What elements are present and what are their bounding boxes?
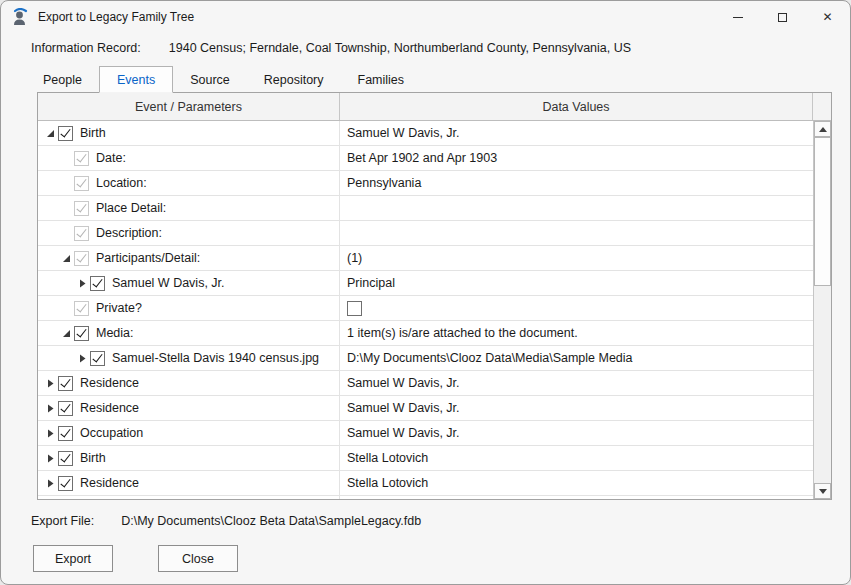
tree-row[interactable]: Participants/Detail:(1) bbox=[38, 246, 813, 271]
row-checkbox[interactable] bbox=[74, 326, 89, 341]
row-label: Date: bbox=[96, 151, 126, 165]
minimize-button[interactable] bbox=[715, 1, 760, 33]
title-bar: Export to Legacy Family Tree bbox=[1, 1, 850, 33]
row-checkbox[interactable] bbox=[58, 451, 73, 466]
information-record-row: Information Record: 1940 Census; Ferndal… bbox=[31, 39, 850, 57]
expanded-expander-icon[interactable] bbox=[58, 325, 74, 341]
tree-row[interactable]: BirthSamuel W Davis, Jr. bbox=[38, 121, 813, 146]
row-label: Samuel-Stella Davis 1940 census.jpg bbox=[112, 351, 319, 365]
scroll-up-button[interactable] bbox=[814, 121, 831, 137]
tab-families[interactable]: Families bbox=[341, 69, 422, 92]
row-label: Residence bbox=[80, 376, 139, 390]
row-checkbox bbox=[74, 251, 89, 266]
tree-row[interactable]: Description: bbox=[38, 221, 813, 246]
expanded-expander-icon[interactable] bbox=[42, 125, 58, 141]
tab-source[interactable]: Source bbox=[173, 69, 247, 92]
tree-row[interactable]: OccupationSamuel W Davis, Jr. bbox=[38, 421, 813, 446]
tree-row[interactable]: BirthStella Lotovich bbox=[38, 446, 813, 471]
table-body: BirthSamuel W Davis, Jr.Date:Bet Apr 190… bbox=[38, 121, 831, 499]
export-file-row: Export File: D:\My Documents\Clooz Beta … bbox=[31, 514, 850, 528]
export-button[interactable]: Export bbox=[33, 545, 113, 572]
tree-row[interactable]: Place Detail: bbox=[38, 196, 813, 221]
row-value: Principal bbox=[347, 276, 395, 290]
row-value: Samuel W Davis, Jr. bbox=[347, 376, 460, 390]
row-value: Pennsylvania bbox=[347, 176, 421, 190]
row-checkbox[interactable] bbox=[58, 376, 73, 391]
row-checkbox[interactable] bbox=[58, 126, 73, 141]
row-value: Stella Lotovich bbox=[347, 476, 428, 490]
expanded-expander-icon[interactable] bbox=[58, 250, 74, 266]
row-label: Samuel W Davis, Jr. bbox=[112, 276, 225, 290]
collapsed-expander-icon[interactable] bbox=[42, 475, 58, 491]
row-value: Samuel W Davis, Jr. bbox=[347, 126, 460, 140]
export-to-legacy-dialog: Export to Legacy Family Tree Information… bbox=[0, 0, 851, 585]
tree-row[interactable]: Media:1 item(s) is/are attached to the d… bbox=[38, 321, 813, 346]
row-label: Location: bbox=[96, 176, 147, 190]
minimize-icon bbox=[733, 17, 743, 18]
close-dialog-button[interactable]: Close bbox=[158, 545, 238, 572]
header-corner bbox=[813, 93, 831, 120]
tree-row[interactable]: Samuel W Davis, Jr.Principal bbox=[38, 271, 813, 296]
row-value: Samuel W Davis, Jr. bbox=[347, 426, 460, 440]
tree-row[interactable]: ResidenceStella Lotovich bbox=[38, 496, 813, 499]
tree-row[interactable]: ResidenceStella Lotovich bbox=[38, 471, 813, 496]
tree-row[interactable]: Samuel-Stella Davis 1940 census.jpgD:\My… bbox=[38, 346, 813, 371]
column-header-event-parameters[interactable]: Event / Parameters bbox=[38, 93, 340, 120]
arrow-down-icon bbox=[819, 489, 827, 494]
row-label: Private? bbox=[96, 301, 142, 315]
close-button[interactable] bbox=[805, 1, 850, 33]
row-value: Bet Apr 1902 and Apr 1903 bbox=[347, 151, 497, 165]
row-label: Place Detail: bbox=[96, 201, 166, 215]
close-icon bbox=[822, 10, 832, 24]
tree-row[interactable]: Location:Pennsylvania bbox=[38, 171, 813, 196]
collapsed-expander-icon[interactable] bbox=[42, 450, 58, 466]
row-checkbox[interactable] bbox=[90, 351, 105, 366]
tree-row[interactable]: Date:Bet Apr 1902 and Apr 1903 bbox=[38, 146, 813, 171]
information-record-label: Information Record: bbox=[31, 41, 141, 55]
tree-row[interactable]: ResidenceSamuel W Davis, Jr. bbox=[38, 371, 813, 396]
tab-events[interactable]: Events bbox=[99, 66, 173, 93]
row-checkbox bbox=[74, 151, 89, 166]
maximize-icon bbox=[778, 13, 787, 22]
value-checkbox[interactable] bbox=[347, 301, 362, 316]
scrollbar-thumb[interactable] bbox=[814, 137, 831, 286]
row-value: 1 item(s) is/are attached to the documen… bbox=[347, 326, 578, 340]
row-checkbox[interactable] bbox=[58, 401, 73, 416]
row-checkbox bbox=[74, 201, 89, 216]
row-checkbox[interactable] bbox=[58, 476, 73, 491]
expander-spacer bbox=[58, 300, 74, 316]
row-label: Description: bbox=[96, 226, 162, 240]
expander-spacer bbox=[58, 175, 74, 191]
scroll-down-button[interactable] bbox=[814, 483, 831, 499]
row-label: Participants/Detail: bbox=[96, 251, 200, 265]
information-record-value: 1940 Census; Ferndale, Coal Township, No… bbox=[169, 41, 631, 55]
row-checkbox[interactable] bbox=[58, 426, 73, 441]
maximize-button[interactable] bbox=[760, 1, 805, 33]
tree-row[interactable]: ResidenceSamuel W Davis, Jr. bbox=[38, 396, 813, 421]
window-controls bbox=[715, 1, 850, 33]
table-header: Event / Parameters Data Values bbox=[38, 93, 831, 121]
tab-repository[interactable]: Repository bbox=[247, 69, 341, 92]
row-value: Samuel W Davis, Jr. bbox=[347, 401, 460, 415]
export-file-label: Export File: bbox=[31, 514, 94, 528]
tab-people[interactable]: People bbox=[26, 69, 99, 92]
table-rows: BirthSamuel W Davis, Jr.Date:Bet Apr 190… bbox=[38, 121, 813, 499]
row-checkbox[interactable] bbox=[90, 276, 105, 291]
row-label: Birth bbox=[80, 126, 106, 140]
row-value: D:\My Documents\Clooz Data\Media\Sample … bbox=[347, 351, 633, 365]
collapsed-expander-icon[interactable] bbox=[74, 275, 90, 291]
collapsed-expander-icon[interactable] bbox=[42, 425, 58, 441]
expander-spacer bbox=[58, 150, 74, 166]
tree-row[interactable]: Private? bbox=[38, 296, 813, 321]
scrollbar-track[interactable] bbox=[814, 137, 831, 483]
row-label: Residence bbox=[80, 401, 139, 415]
collapsed-expander-icon[interactable] bbox=[74, 350, 90, 366]
collapsed-expander-icon[interactable] bbox=[42, 400, 58, 416]
row-label: Residence bbox=[80, 476, 139, 490]
row-label: Birth bbox=[80, 451, 106, 465]
collapsed-expander-icon[interactable] bbox=[42, 375, 58, 391]
events-tree-table: Event / Parameters Data Values BirthSamu… bbox=[37, 92, 832, 500]
column-header-data-values[interactable]: Data Values bbox=[340, 93, 813, 120]
vertical-scrollbar[interactable] bbox=[813, 121, 831, 499]
expander-spacer bbox=[58, 225, 74, 241]
